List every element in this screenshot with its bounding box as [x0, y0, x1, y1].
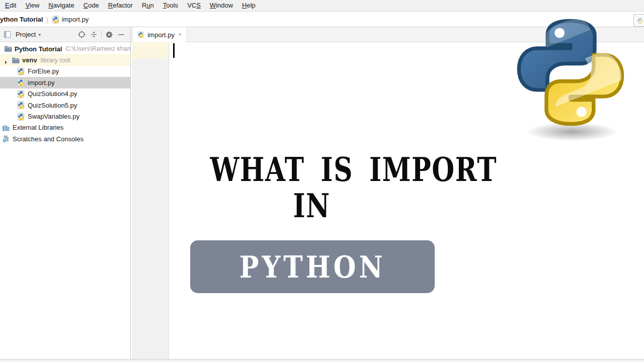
menu-bar: EditViewNavigateCodeRefactorRunToolsVCSW… [0, 0, 644, 12]
chevron-down-icon[interactable]: ▾ [38, 32, 41, 37]
python-logo [510, 12, 631, 133]
tree-item-scratches-and-consoles[interactable]: Scratches and Consoles [0, 133, 130, 144]
divider [101, 30, 102, 39]
expand-arrow-icon[interactable] [4, 58, 9, 63]
menu-window[interactable]: Window [205, 0, 237, 11]
collapse-all-button[interactable] [88, 29, 100, 41]
project-tree: Python TutorialC:\Users\Rameez khanvenvl… [0, 42, 130, 145]
tree-item-label: QuizSolution4.py [28, 90, 77, 98]
libraries-icon [2, 124, 10, 132]
tree-item-quizsolution5-py[interactable]: QuizSolution5.py [0, 100, 130, 111]
tab-import-py[interactable]: import.py × [132, 27, 187, 42]
text-caret [173, 43, 175, 58]
breadcrumb-project[interactable]: ython Tutorial [0, 16, 43, 23]
tree-item-swapvariables-py[interactable]: SwapVariables.py [0, 111, 130, 122]
tree-item-forelse-py[interactable]: ForElse.py [0, 66, 130, 77]
pycharm-window: EditViewNavigateCodeRefactorRunToolsVCSW… [0, 0, 644, 362]
python-file-icon [138, 31, 145, 38]
menu-run[interactable]: Run [137, 0, 158, 11]
corner-python-button[interactable] [633, 14, 644, 27]
tree-item-external-libraries[interactable]: External Libraries [0, 122, 130, 133]
tree-item-label: QuizSolution5.py [28, 102, 77, 109]
menu-code[interactable]: Code [79, 0, 104, 11]
folder-icon [4, 45, 12, 53]
python-file-icon [17, 101, 25, 109]
python-file-icon [52, 16, 60, 24]
project-panel-title[interactable]: Project [16, 31, 36, 38]
python-file-icon [17, 113, 25, 121]
project-panel: Python TutorialC:\Users\Rameez khanvenvl… [0, 42, 131, 359]
tree-item-label: External Libraries [13, 124, 63, 131]
tree-item-label: venv [22, 56, 37, 64]
tool-window-icon [1, 29, 13, 41]
menu-vcs[interactable]: VCS [183, 0, 205, 11]
folder-icon [12, 56, 20, 64]
tree-item-python-tutorial[interactable]: Python TutorialC:\Users\Rameez khan [0, 43, 130, 54]
tree-item-detail: C:\Users\Rameez khan [65, 45, 130, 52]
breadcrumb-file[interactable]: import.py [62, 16, 89, 23]
editor-gutter [132, 42, 169, 359]
menu-edit[interactable]: Edit [1, 0, 21, 11]
menu-navigate[interactable]: Navigate [44, 0, 78, 11]
menu-view[interactable]: View [21, 0, 44, 11]
tree-item-import-py[interactable]: import.py [0, 77, 130, 88]
tab-label: import.py [147, 31, 174, 39]
tree-item-quizsolution4-py[interactable]: QuizSolution4.py [0, 88, 130, 100]
chevron-right-icon: 〉 [46, 15, 48, 25]
scratches-icon [2, 135, 10, 143]
tree-item-label: ForElse.py [28, 67, 59, 75]
python-file-icon [17, 67, 25, 75]
locate-file-button[interactable] [75, 29, 88, 41]
python-icon [637, 17, 643, 24]
tree-item-venv[interactable]: venvlibrary root [0, 54, 130, 65]
tree-item-label: Scratches and Consoles [13, 135, 84, 143]
python-file-icon [17, 78, 25, 86]
tree-item-label: Python Tutorial [15, 45, 62, 53]
menu-refactor[interactable]: Refactor [104, 0, 137, 11]
tree-item-label: SwapVariables.py [28, 113, 79, 120]
tree-item-label: import.py [28, 79, 54, 86]
project-panel-header: Project ▾ [0, 27, 131, 42]
settings-gear-button[interactable] [103, 29, 115, 41]
tree-item-detail: library root [41, 57, 70, 64]
python-file-icon [17, 90, 25, 98]
gutter-line1-band [132, 42, 169, 59]
tab-close-icon[interactable]: × [178, 32, 182, 37]
hide-panel-button[interactable] [115, 29, 127, 41]
window-bottom-edge [0, 359, 644, 362]
menu-tools[interactable]: Tools [158, 0, 183, 11]
menu-help[interactable]: Help [237, 0, 260, 11]
